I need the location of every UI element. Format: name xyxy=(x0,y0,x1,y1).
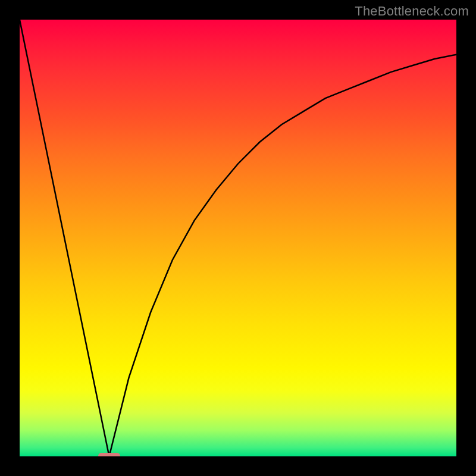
bottleneck-curve xyxy=(20,20,456,456)
plot-area xyxy=(20,20,456,456)
minimum-marker xyxy=(98,453,120,456)
chart-frame: TheBottleneck.com xyxy=(0,0,476,476)
watermark-text: TheBottleneck.com xyxy=(355,4,469,19)
curve-layer xyxy=(20,20,456,456)
